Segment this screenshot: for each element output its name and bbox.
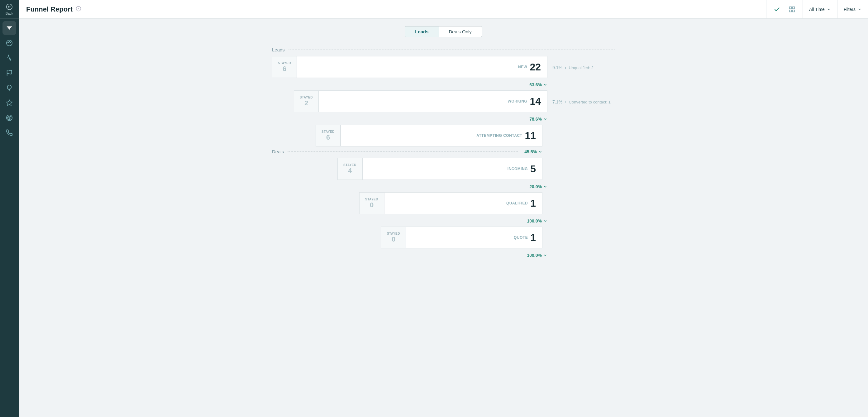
- new-side-pct: 9.1%: [552, 65, 562, 70]
- qualified-funnel-row: STAYED 0 QUALIFIED 1: [359, 192, 542, 214]
- qualified-stayed-label: STAYED: [365, 198, 378, 201]
- quote-stayed-box: STAYED 0: [381, 227, 406, 248]
- main-area: Funnel Report: [19, 0, 868, 417]
- sidebar-item-star[interactable]: [2, 96, 16, 110]
- deals-section-label: Deals 45.5%: [272, 149, 542, 154]
- sidebar-item-palette[interactable]: [2, 36, 16, 50]
- time-filter[interactable]: All Time: [803, 0, 837, 19]
- qualified-count: 1: [530, 198, 536, 209]
- sidebar-item-funnel[interactable]: [2, 21, 16, 35]
- incoming-count: 5: [530, 163, 536, 175]
- leads-divider: [288, 50, 615, 50]
- quote-count: 1: [530, 232, 536, 243]
- quote-funnel-row: STAYED 0 QUOTE 1: [381, 227, 542, 248]
- grid-view-button[interactable]: [786, 4, 798, 15]
- back-button[interactable]: Back: [0, 0, 19, 19]
- svg-rect-20: [789, 10, 792, 11]
- sidebar-item-lightbulb[interactable]: [2, 81, 16, 95]
- new-stayed-label: STAYED: [278, 61, 291, 65]
- new-conversion: 63.6%: [529, 82, 548, 87]
- sidebar-item-flag[interactable]: [2, 66, 16, 80]
- new-row-main: STAYED 6 NEW 22: [272, 56, 548, 79]
- svg-rect-18: [789, 6, 792, 8]
- filters-button[interactable]: Filters: [837, 0, 868, 19]
- page-title: Funnel Report: [26, 5, 72, 13]
- deals-section-wrapper: Deals 45.5%: [272, 149, 615, 154]
- leads-section-label: Leads: [272, 47, 615, 52]
- quote-funnel-bar[interactable]: QUOTE 1: [406, 227, 542, 248]
- deals-divider: [287, 151, 518, 152]
- new-funnel-row: STAYED 6 NEW 22: [272, 56, 548, 78]
- incoming-stayed-box: STAYED 4: [337, 158, 362, 180]
- attempting-row-wrapper: STAYED 6 ATTEMPTING CONTACT 11: [272, 125, 615, 148]
- working-side-label: Converted to contact: 1: [569, 100, 611, 105]
- working-stage-label: WORKING: [508, 99, 527, 103]
- working-funnel-bar[interactable]: WORKING 14: [319, 90, 548, 112]
- header-view-icons: [766, 0, 803, 19]
- sidebar-item-phone[interactable]: [2, 126, 16, 140]
- svg-point-13: [8, 116, 11, 120]
- chevron-down-small-icon: [543, 117, 548, 121]
- working-stayed-box: STAYED 2: [294, 90, 319, 112]
- new-side-label: Unqualified: 2: [569, 65, 594, 70]
- sidebar: Back: [0, 0, 19, 417]
- sidebar-item-target[interactable]: [2, 111, 16, 125]
- attempting-stayed-value: 6: [326, 133, 330, 142]
- attempting-row-main: STAYED 6 ATTEMPTING CONTACT 11: [272, 125, 542, 148]
- header: Funnel Report: [19, 0, 868, 19]
- working-row-main: STAYED 2 WORKING 14: [272, 90, 548, 114]
- attempting-funnel-row: STAYED 6 ATTEMPTING CONTACT 11: [316, 125, 542, 147]
- chevron-down-small-icon: [543, 253, 548, 258]
- new-side-info: 9.1% › Unqualified: 2: [552, 65, 615, 70]
- working-stayed-value: 2: [304, 99, 308, 107]
- new-stayed-box: STAYED 6: [272, 56, 297, 78]
- svg-point-7: [8, 42, 9, 43]
- deals-only-toggle-button[interactable]: Deals Only: [439, 26, 482, 37]
- qualified-conversion-area: 100.0%: [272, 217, 615, 227]
- new-chevron-icon: ›: [565, 65, 566, 70]
- working-side-pct: 7.1%: [552, 99, 562, 105]
- leads-toggle-button[interactable]: Leads: [405, 26, 438, 37]
- attempting-funnel-bar[interactable]: ATTEMPTING CONTACT 11: [341, 125, 542, 147]
- quote-conversion-area: 100.0%: [272, 251, 615, 261]
- attempting-stayed-box: STAYED 6: [316, 125, 341, 147]
- new-funnel-bar[interactable]: NEW 22: [297, 56, 548, 78]
- working-chevron-icon: ›: [565, 99, 566, 105]
- working-funnel-row: STAYED 2 WORKING 14: [294, 90, 548, 112]
- incoming-stayed-label: STAYED: [343, 163, 356, 167]
- qualified-funnel-bar[interactable]: QUALIFIED 1: [384, 192, 542, 214]
- svg-point-8: [9, 41, 10, 42]
- attempting-stayed-label: STAYED: [321, 130, 335, 133]
- working-count: 14: [530, 96, 541, 107]
- qualified-stayed-box: STAYED 0: [359, 192, 384, 214]
- incoming-stayed-value: 4: [348, 167, 352, 175]
- chevron-down-small-icon: [538, 150, 542, 154]
- content-area: Leads Deals Only Leads STAYED 6: [19, 19, 868, 417]
- new-stayed-value: 6: [283, 65, 286, 73]
- chevron-down-small-icon: [543, 83, 548, 87]
- working-stayed-label: STAYED: [300, 96, 313, 99]
- info-icon[interactable]: [76, 6, 81, 13]
- svg-marker-11: [6, 100, 12, 105]
- qualified-conversion: 100.0%: [527, 218, 548, 224]
- incoming-conversion-area: 20.0%: [272, 182, 615, 192]
- target-icon: [6, 114, 13, 121]
- svg-point-9: [10, 42, 11, 43]
- chevron-down-icon: [827, 7, 831, 11]
- lightbulb-icon: [6, 85, 13, 91]
- star-icon: [6, 99, 13, 106]
- funnel-icon: [6, 25, 13, 31]
- svg-rect-19: [793, 6, 795, 8]
- sidebar-item-activity[interactable]: [2, 51, 16, 65]
- working-conversion-area: 78.6%: [272, 115, 615, 125]
- working-row-wrapper: STAYED 2 WORKING 14 7.1% › Converted to …: [272, 90, 615, 114]
- quote-conversion: 100.0%: [527, 253, 548, 258]
- new-count: 22: [530, 61, 541, 73]
- time-filter-label: All Time: [809, 7, 825, 12]
- quote-row-main: STAYED 0 QUOTE 1: [272, 227, 542, 250]
- sidebar-nav: [2, 19, 16, 417]
- list-view-button[interactable]: [771, 4, 783, 15]
- leads-label: Leads: [272, 47, 285, 52]
- incoming-row-main: STAYED 4 INCOMING 5: [272, 158, 542, 181]
- incoming-funnel-bar[interactable]: INCOMING 5: [362, 158, 542, 180]
